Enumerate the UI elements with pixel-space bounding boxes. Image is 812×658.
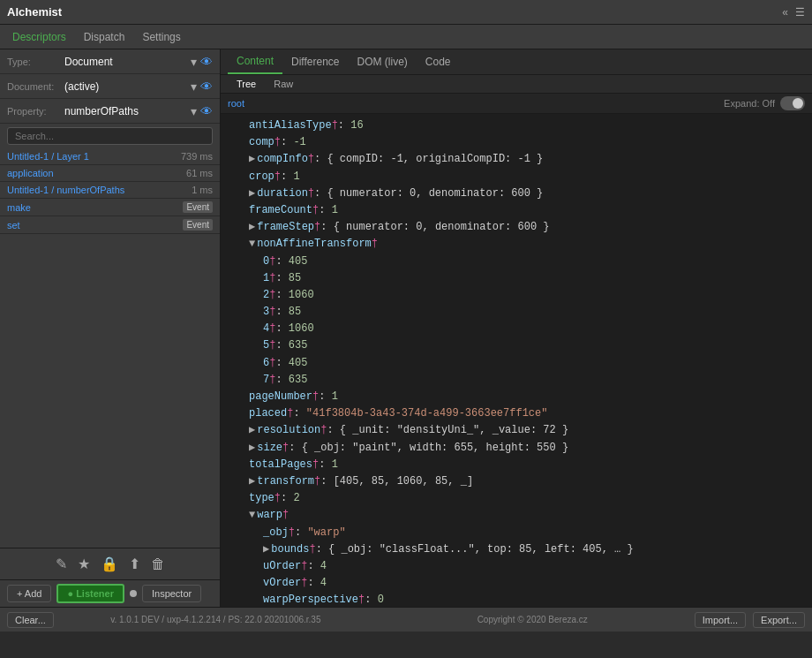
event-time: 739 ms [177, 151, 213, 162]
event-name: Untitled-1 / Layer 1 [7, 151, 177, 162]
tab-content[interactable]: Content [228, 49, 282, 74]
tree-view: antiAliasType†: 16 comp†: -1 ▶compInfo†:… [221, 114, 812, 607]
property-value: numberOfPaths [64, 105, 191, 117]
code-line: warpPerspective†: 0 [228, 592, 805, 607]
code-line: uOrder†: 4 [228, 558, 805, 575]
expand-arrow[interactable]: ▶ [249, 422, 255, 439]
code-line: comp†: -1 [228, 134, 805, 151]
expand-arrow[interactable]: ▶ [249, 151, 255, 168]
menu-icon[interactable]: ☰ [795, 6, 805, 19]
breadcrumb[interactable]: root [228, 98, 244, 109]
code-line: totalPages†: 1 [228, 457, 805, 473]
list-item[interactable]: make Event [0, 199, 220, 216]
document-icons: ▾ 👁 [191, 79, 213, 94]
code-content: antiAliasType†: 16 comp†: -1 ▶compInfo†:… [221, 114, 812, 607]
collapse-arrow[interactable]: ▼ [249, 507, 255, 524]
breadcrumb-bar: root Expand: Off [221, 94, 812, 114]
collapse-arrow[interactable]: ▼ [249, 236, 255, 253]
event-badge: Event [183, 201, 213, 213]
event-time: 61 ms [177, 168, 213, 178]
type-row: Type: Document ▾ 👁 [0, 49, 220, 74]
tab-raw[interactable]: Raw [265, 75, 302, 93]
upload-icon[interactable]: ⬆ [127, 554, 142, 574]
expand-arrow[interactable]: ▶ [249, 185, 255, 202]
property-label: Property: [7, 106, 64, 117]
expand-arrow[interactable]: ▶ [249, 473, 255, 490]
document-row: Document: (active) ▾ 👁 [0, 74, 220, 99]
tab-difference[interactable]: Difference [282, 50, 348, 73]
event-time: 1 ms [177, 185, 213, 195]
eye-icon-3[interactable]: 👁 [200, 104, 213, 118]
chevron-down-icon-2[interactable]: ▾ [191, 79, 197, 94]
add-button[interactable]: + Add [7, 585, 51, 602]
code-line: ▶frameStep†: { numerator: 0, denominator… [228, 219, 805, 236]
code-line: 1†: 85 [228, 270, 805, 287]
expand-control: Expand: Off [724, 96, 805, 110]
list-item[interactable]: Untitled-1 / numberOfPaths 1 ms [0, 182, 220, 199]
tab-settings[interactable]: Settings [133, 27, 189, 47]
code-line: ▶size†: { _obj: "paint", width: 655, hei… [228, 440, 805, 457]
tab-code[interactable]: Code [417, 50, 460, 73]
code-line: type†: 2 [228, 490, 805, 507]
status-bar: Clear... v. 1.0.1 DEV / uxp-4.1.2.214 / … [0, 607, 812, 632]
property-row: Property: numberOfPaths ▾ 👁 [0, 99, 220, 124]
code-line: antiAliasType†: 16 [228, 117, 805, 134]
export-button[interactable]: Export... [753, 612, 805, 628]
nav-tabs: Descriptors Dispatch Settings [0, 25, 812, 49]
code-line: ▶transform†: [405, 85, 1060, 85, _] [228, 473, 805, 490]
collapse-icon[interactable]: « [782, 6, 788, 19]
tab-descriptors[interactable]: Descriptors [4, 27, 75, 47]
right-panel: Content Difference DOM (live) Code Tree … [221, 49, 812, 607]
chevron-down-icon-3[interactable]: ▾ [191, 104, 197, 118]
expand-arrow[interactable]: ▶ [249, 219, 255, 236]
main-layout: Type: Document ▾ 👁 Document: (active) ▾ … [0, 49, 812, 607]
clear-button[interactable]: Clear... [7, 612, 54, 628]
expand-arrow[interactable]: ▶ [263, 541, 269, 558]
listener-button[interactable]: ● Listener [56, 584, 124, 603]
list-item[interactable]: Untitled-1 / Layer 1 739 ms [0, 148, 220, 165]
tab-dispatch[interactable]: Dispatch [75, 27, 134, 47]
code-line: crop†: 1 [228, 169, 805, 185]
chevron-down-icon[interactable]: ▾ [191, 55, 197, 69]
app-title: Alchemist [7, 5, 782, 19]
event-name: application [7, 168, 177, 178]
inspector-button[interactable]: Inspector [142, 585, 201, 602]
document-value: (active) [64, 80, 191, 93]
edit-icon[interactable]: ✎ [54, 554, 69, 574]
code-line: 6†: 405 [228, 355, 805, 372]
code-line: ▼nonAffineTransform† [228, 236, 805, 253]
search-input[interactable] [7, 127, 213, 145]
event-name: Untitled-1 / numberOfPaths [7, 185, 177, 195]
expand-arrow[interactable]: ▶ [249, 440, 255, 457]
list-item[interactable]: application 61 ms [0, 165, 220, 182]
code-line: ▶compInfo†: { compID: -1, originalCompID… [228, 151, 805, 168]
lock-icon[interactable]: 🔒 [99, 554, 120, 574]
list-item[interactable]: set Event [0, 216, 220, 234]
import-button[interactable]: Import... [695, 612, 746, 628]
view-tabs: Tree Raw [221, 75, 812, 94]
code-line: placed†: "41f3804b-3a43-374d-a499-3663ee… [228, 405, 805, 422]
code-line: 7†: 635 [228, 372, 805, 389]
copyright-text: Copyright © 2020 Bereza.cz [378, 615, 688, 624]
code-line: ▶bounds†: { _obj: "classFloat...", top: … [228, 541, 805, 558]
left-toolbar: ✎ ★ 🔒 ⬆ 🗑 [0, 548, 220, 579]
event-badge: Event [183, 219, 213, 231]
eye-icon-2[interactable]: 👁 [200, 79, 213, 94]
tab-dom-live[interactable]: DOM (live) [349, 50, 417, 73]
title-bar: Alchemist « ☰ [0, 0, 812, 25]
expand-toggle[interactable] [780, 96, 805, 110]
code-line: ▶duration†: { numerator: 0, denominator:… [228, 185, 805, 202]
eye-icon[interactable]: 👁 [200, 55, 213, 69]
title-bar-icons: « ☰ [782, 6, 805, 19]
type-label: Type: [7, 57, 64, 67]
document-label: Document: [7, 81, 64, 92]
star-icon[interactable]: ★ [76, 554, 92, 574]
code-line: 5†: 635 [228, 337, 805, 354]
code-line: 4†: 1060 [228, 321, 805, 337]
trash-icon[interactable]: 🗑 [149, 555, 167, 574]
code-line: ▶resolution†: { _unit: "densityUni_", _v… [228, 422, 805, 439]
code-line: _obj†: "warp" [228, 525, 805, 541]
tab-tree[interactable]: Tree [228, 75, 265, 93]
code-line: ▼warp† [228, 507, 805, 524]
code-line: vOrder†: 4 [228, 575, 805, 592]
